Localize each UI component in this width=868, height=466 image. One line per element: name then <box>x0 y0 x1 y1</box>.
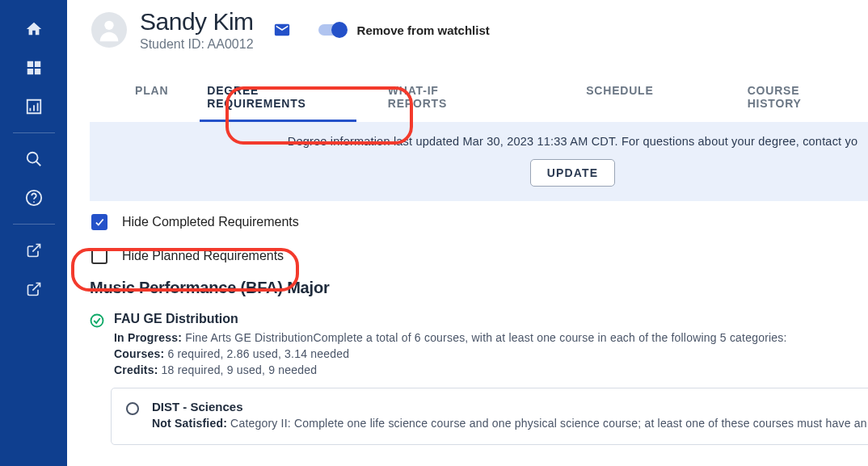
courses-text: 6 required, 2.86 used, 3.14 needed <box>164 347 349 360</box>
student-name: Sandy Kim <box>140 8 254 36</box>
sidebar-nav <box>0 0 67 466</box>
svg-line-4 <box>32 245 40 252</box>
chart-icon[interactable] <box>24 97 44 116</box>
help-icon[interactable] <box>24 188 44 208</box>
svg-point-6 <box>104 21 113 30</box>
requirement-in-progress: In Progress: Fine Arts GE DistributionCo… <box>114 331 868 344</box>
tabs: PLAN DEGREE REQUIREMENTS WHAT-IF REPORTS… <box>67 74 868 122</box>
filter-hide-completed: Hide Completed Requirements <box>91 214 868 230</box>
sub-requirement-card[interactable]: DIST - Sciences Not Satisfied: Category … <box>111 388 868 445</box>
courses-label: Courses: <box>114 347 164 360</box>
filter-hide-planned-label: Hide Planned Requirements <box>122 249 284 263</box>
checkbox-hide-planned[interactable] <box>91 248 107 264</box>
sidebar-divider-2 <box>13 224 55 225</box>
toggle-knob <box>331 22 348 38</box>
tab-schedule[interactable]: SCHEDULE <box>567 74 672 121</box>
watchlist-toggle[interactable] <box>318 24 346 36</box>
svg-point-0 <box>27 153 37 163</box>
main-content: Sandy Kim Student ID: AA0012 Remove from… <box>67 0 868 466</box>
credits-text: 18 required, 9 used, 9 needed <box>158 363 318 376</box>
info-text: Degree information last updated Mar 30, … <box>288 135 858 148</box>
open-external-icon[interactable] <box>24 241 44 260</box>
in-progress-text: Fine Arts GE DistributionComplete a tota… <box>182 331 787 344</box>
open-external-icon-2[interactable] <box>24 279 44 299</box>
svg-point-7 <box>91 315 103 327</box>
watchlist-toggle-wrap: Remove from watchlist <box>318 23 490 37</box>
tab-degree-requirements[interactable]: DEGREE REQUIREMENTS <box>188 74 368 121</box>
not-satisfied-label: Not Satisfied: <box>152 417 227 430</box>
filters: Hide Completed Requirements Hide Planned… <box>67 201 868 279</box>
filter-hide-planned: Hide Planned Requirements <box>91 248 868 264</box>
svg-line-1 <box>36 162 40 166</box>
sub-requirement-title: DIST - Sciences <box>152 400 868 414</box>
watchlist-toggle-label: Remove from watchlist <box>357 23 490 37</box>
major-title: Music Performance (BFA) Major <box>90 279 868 297</box>
info-bar: Degree information last updated Mar 30, … <box>90 122 868 201</box>
svg-line-5 <box>32 283 40 291</box>
widgets-icon[interactable] <box>24 58 44 78</box>
sub-requirement-not-satisfied: Not Satisfied: Category II: Complete one… <box>152 417 868 430</box>
svg-point-3 <box>33 201 35 203</box>
circle-empty-icon <box>126 402 139 415</box>
tab-plan[interactable]: PLAN <box>116 74 188 121</box>
student-id: Student ID: AA0012 <box>140 37 254 52</box>
student-header: Sandy Kim Student ID: AA0012 Remove from… <box>67 0 868 60</box>
home-icon[interactable] <box>24 19 44 39</box>
checkbox-hide-completed[interactable] <box>91 214 107 230</box>
student-info: Sandy Kim Student ID: AA0012 <box>140 8 254 52</box>
avatar <box>91 12 127 48</box>
in-progress-label: In Progress: <box>114 331 182 344</box>
search-icon[interactable] <box>24 149 44 169</box>
credits-label: Credits: <box>114 363 158 376</box>
filter-hide-completed-label: Hide Completed Requirements <box>122 215 299 229</box>
tab-course-history[interactable]: COURSE HISTORY <box>728 74 868 121</box>
update-button[interactable]: UPDATE <box>530 159 616 187</box>
check-circle-icon <box>90 313 104 328</box>
requirement-block: FAU GE Distribution In Progress: Fine Ar… <box>90 312 868 445</box>
requirement-credits: Credits: 18 required, 9 used, 9 needed <box>114 363 868 376</box>
tab-what-if[interactable]: WHAT-IF REPORTS <box>369 74 512 121</box>
requirement-title: FAU GE Distribution <box>114 312 868 326</box>
degree-content: Music Performance (BFA) Major FAU GE Dis… <box>67 279 868 445</box>
sidebar-divider <box>13 132 55 133</box>
not-satisfied-text: Category II: Complete one life science c… <box>227 417 868 430</box>
email-icon[interactable] <box>273 21 291 39</box>
requirement-courses: Courses: 6 required, 2.86 used, 3.14 nee… <box>114 347 868 360</box>
